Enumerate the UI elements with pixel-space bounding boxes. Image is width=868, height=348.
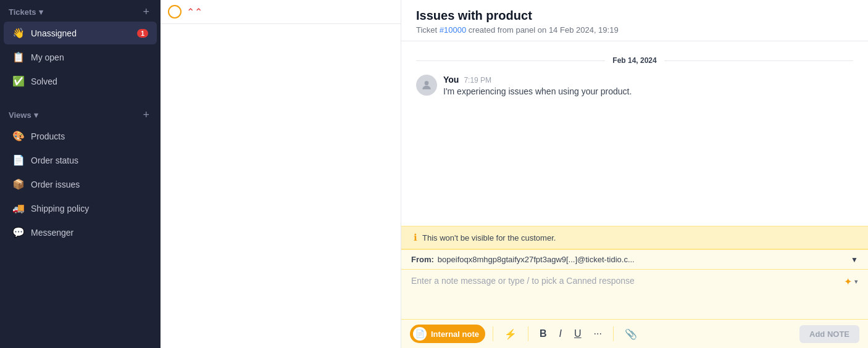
ticket-number-link[interactable]: #10000 — [440, 25, 466, 35]
tickets-chevron: ▾ — [39, 7, 43, 17]
sidebar-item-messenger[interactable]: 💬 Messenger — [4, 221, 157, 244]
products-label: Products — [31, 131, 148, 141]
lightning-button[interactable]: ⚡ — [501, 326, 520, 342]
internal-note-label: Internal note — [431, 329, 479, 339]
sidebar-item-shipping-policy[interactable]: 🚚 Shipping policy — [4, 197, 157, 220]
sidebar: Tickets ▾ + 👋 Unassigned 1 📋 My open ✅ S… — [0, 0, 161, 348]
internal-note-toggle[interactable]: 📄 Internal note — [410, 325, 485, 343]
tickets-section-header[interactable]: Tickets ▾ + — [0, 0, 161, 21]
add-ticket-button[interactable]: + — [140, 6, 152, 17]
note-input-placeholder: Enter a note message or type / to pick a… — [411, 276, 635, 286]
unassigned-icon: 👋 — [12, 27, 25, 39]
sidebar-item-order-status[interactable]: 📄 Order status — [4, 149, 157, 172]
divider-line-left — [416, 60, 605, 61]
messenger-icon: 💬 — [12, 226, 25, 238]
toggle-doc-icon: 📄 — [415, 329, 425, 338]
main-panel: Issues with product Ticket #10000 create… — [401, 0, 868, 348]
ticket-meta-suffix: created from panel on 14 Feb 2024, 19:19 — [466, 25, 618, 35]
toggle-icon: 📄 — [413, 327, 427, 341]
middle-toolbar: ⌃⌃ — [161, 0, 401, 24]
ai-wand-icon[interactable]: ✦ — [844, 276, 852, 288]
internal-note-text: This won't be visible for the customer. — [422, 233, 556, 242]
messages-area: Feb 14, 2024 You 7:19 PM I'm experiencin… — [401, 41, 868, 226]
ticket-meta-prefix: Ticket — [416, 25, 440, 35]
sidebar-item-unassigned[interactable]: 👋 Unassigned 1 — [4, 22, 157, 44]
ticket-list-panel: ⌃⌃ — [161, 0, 401, 348]
order-issues-label: Order issues — [31, 180, 148, 189]
toolbar-divider-3 — [613, 326, 614, 341]
sidebar-item-order-issues[interactable]: 📦 Order issues — [4, 173, 157, 196]
svg-point-0 — [425, 81, 429, 85]
note-input-area[interactable]: Enter a note message or type / to pick a… — [401, 270, 868, 319]
products-icon: 🎨 — [12, 130, 25, 142]
more-formatting-button[interactable]: ··· — [590, 326, 606, 342]
avatar — [416, 75, 437, 96]
ticket-list-content — [161, 24, 401, 348]
note-chevron-down-icon[interactable]: ▾ — [854, 278, 858, 286]
note-input-icons: ✦ ▾ — [844, 276, 858, 288]
views-label: Views — [9, 110, 31, 120]
message-time: 7:19 PM — [464, 76, 491, 85]
solved-icon: ✅ — [12, 75, 25, 87]
add-view-button[interactable]: + — [140, 109, 152, 120]
from-dropdown-arrow-icon[interactable]: ▼ — [851, 255, 858, 264]
order-status-label: Order status — [31, 155, 148, 165]
date-label: Feb 14, 2024 — [605, 56, 664, 65]
add-note-button[interactable]: Add NOTE — [799, 325, 859, 343]
internal-note-banner: ℹ This won't be visible for the customer… — [401, 226, 868, 249]
message-text: I'm experiencing issues when using your … — [443, 86, 853, 96]
my-open-icon: 📋 — [12, 51, 25, 63]
shipping-label: Shipping policy — [31, 204, 148, 213]
tickets-section-title[interactable]: Tickets ▾ — [9, 7, 43, 17]
views-chevron: ▾ — [34, 110, 38, 120]
sidebar-item-my-open[interactable]: 📋 My open — [4, 46, 157, 68]
tickets-label: Tickets — [9, 7, 36, 17]
unassigned-label: Unassigned — [31, 28, 131, 38]
reply-toolbar: 📄 Internal note ⚡ B I U ··· 📎 Add NOTE — [401, 319, 868, 348]
sidebar-item-products[interactable]: 🎨 Products — [4, 125, 157, 147]
info-icon: ℹ — [414, 232, 417, 243]
message-row: You 7:19 PM I'm experiencing issues when… — [416, 75, 853, 96]
sidebar-item-solved[interactable]: ✅ Solved — [4, 70, 157, 93]
status-indicator — [168, 5, 182, 19]
message-body: You 7:19 PM I'm experiencing issues when… — [443, 75, 853, 96]
date-divider: Feb 14, 2024 — [416, 56, 853, 65]
ticket-header: Issues with product Ticket #10000 create… — [401, 0, 868, 41]
from-label: From: — [411, 255, 434, 264]
underline-button[interactable]: U — [570, 326, 585, 342]
from-row: From: bopeifoqx8mhgp8gtaifyx27fpt3agw9[.… — [401, 250, 868, 270]
sender-name: You — [443, 75, 459, 85]
views-section-header[interactable]: Views ▾ + — [0, 103, 161, 124]
attachment-button[interactable]: 📎 — [621, 326, 641, 342]
ticket-title: Issues with product — [416, 9, 853, 23]
message-sender-row: You 7:19 PM — [443, 75, 853, 85]
order-issues-icon: 📦 — [12, 178, 25, 190]
italic-button[interactable]: I — [556, 326, 565, 342]
from-email: bopeifoqx8mhgp8gtaifyx27fpt3agw9[...]@ti… — [438, 255, 847, 264]
divider-line-right — [664, 60, 853, 61]
bold-button[interactable]: B — [536, 326, 551, 342]
order-status-icon: 📄 — [12, 154, 25, 166]
reply-area: From: bopeifoqx8mhgp8gtaifyx27fpt3agw9[.… — [401, 249, 868, 348]
shipping-icon: 🚚 — [12, 202, 25, 214]
toolbar-divider-1 — [493, 326, 493, 341]
priority-chevrons-icon: ⌃⌃ — [186, 6, 202, 18]
my-open-label: My open — [31, 52, 148, 62]
toolbar-divider-2 — [528, 326, 528, 341]
ticket-meta: Ticket #10000 created from panel on 14 F… — [416, 25, 853, 35]
views-section-title[interactable]: Views ▾ — [9, 110, 38, 120]
messenger-label: Messenger — [31, 228, 148, 238]
unassigned-badge: 1 — [137, 29, 148, 38]
solved-label: Solved — [31, 77, 148, 86]
